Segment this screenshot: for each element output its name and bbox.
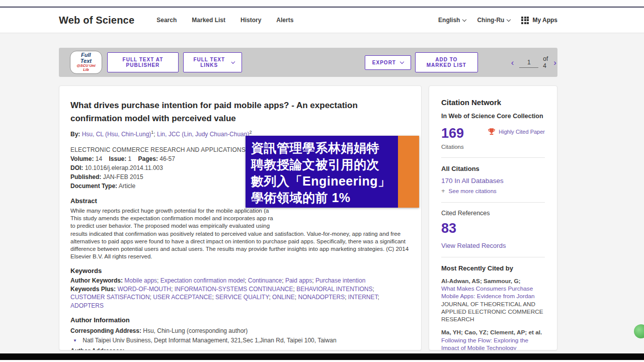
cited-by-title-link[interactable]: Following the Flow: Exploring the Impact…	[441, 337, 545, 350]
citations-caption: Citations	[441, 144, 464, 150]
pages-label: Pages:	[138, 155, 158, 162]
author-footnote: 2	[249, 130, 252, 135]
author-information-heading: Author Information	[70, 316, 410, 324]
overlay-text-panel: 資訊管理學系林娟娟特聘教授論文被引用的次數列入「Engineering」學術領域…	[246, 136, 398, 208]
nav-marked-list[interactable]: Marked List	[192, 17, 225, 24]
cited-by-item: Al-Adwan, AS; Sammour, G; What Makes Con…	[441, 278, 545, 324]
core-collection-label: In Web of Science Core Collection	[441, 113, 545, 120]
nav-alerts[interactable]: Alerts	[276, 17, 293, 24]
keywords-plus-list-item[interactable]: WORD-OF-MOUTH	[117, 286, 171, 293]
keywords-plus-list-item[interactable]: ADOPTERS	[70, 302, 104, 309]
keywords-plus-list-item[interactable]: INFORMATION-SYSTEMS CONTINUANCE	[175, 286, 293, 293]
full-text-pill-line2: @SCU Uni Lib	[76, 64, 96, 72]
keywords-plus-row: Keywords Plus: WORD-OF-MOUTH; INFORMATIO…	[70, 285, 410, 310]
chevron-down-icon	[507, 17, 511, 21]
next-page-button[interactable]: ›	[552, 58, 557, 67]
nav-history[interactable]: History	[240, 17, 261, 24]
keywords-plus-list-item[interactable]: CUSTOMER SATISFACTION	[70, 294, 150, 301]
record-toolbar: Full Text @SCU Uni Lib FULL TEXT AT PUBL…	[59, 48, 557, 77]
cited-references-count[interactable]: 83	[441, 221, 545, 235]
issue-value: 1	[128, 155, 132, 162]
citation-network-card: Citation Network In Web of Science Core …	[429, 85, 557, 350]
citation-network-title: Citation Network	[441, 98, 545, 107]
author-link[interactable]: Hsu, CL (Hsu, Chin-Lung)	[82, 131, 151, 138]
feedback-circle-button[interactable]	[634, 324, 644, 338]
cited-references-title: Cited References	[441, 210, 545, 217]
citations-count[interactable]: 169	[441, 126, 464, 140]
abstract-text: While many reports predict huge growth p…	[70, 207, 410, 260]
abstract-lines-item: to predict user behavior. The proposed m…	[70, 222, 410, 230]
author-keywords-row: Author Keywords: Mobile apps; Expectatio…	[70, 277, 410, 285]
collapse-triangle-icon[interactable]: ▼	[73, 338, 77, 343]
keywords-plus-list-item[interactable]: SERVICE QUALITY	[215, 294, 269, 301]
previous-page-button[interactable]: ‹	[510, 58, 515, 67]
view-related-records-link[interactable]: View Related Records	[441, 242, 545, 249]
author-keywords-list-item[interactable]: Purchase intention	[315, 277, 365, 284]
doctype-value: Article	[119, 183, 135, 190]
cited-by-title-link[interactable]: What Makes Consumers Purchase Mobile App…	[441, 285, 545, 301]
author-information-block: Corresponding Address: Hsu, Chin-Lung (c…	[70, 327, 410, 350]
abstract-lines-item: This study amends the expectation confir…	[70, 215, 410, 222]
article-title: What drives purchase intention for paid …	[70, 99, 410, 125]
full-text-links-label: FULL TEXT LINKS	[191, 57, 227, 68]
keywords-plus-list: WORD-OF-MOUTH; INFORMATION-SYSTEMS CONTI…	[70, 286, 379, 309]
abstract-lines: While many reports predict huge growth p…	[70, 207, 410, 230]
keywords-plus-list-item[interactable]: INTERNET	[348, 294, 378, 301]
abstract-rest: results indicated that confirmation was …	[70, 230, 410, 261]
corresponding-address-label: Corresponding Address:	[70, 327, 141, 334]
by-label: By:	[70, 131, 80, 138]
my-apps-label: My Apps	[532, 17, 557, 24]
keywords-plus-list-item[interactable]: ONLINE	[272, 294, 295, 301]
chevron-down-icon	[462, 17, 466, 21]
export-button[interactable]: EXPORT	[365, 55, 411, 70]
citations-count-block: 169 Citations	[441, 126, 464, 150]
language-label: English	[438, 17, 460, 24]
web-of-science-logo[interactable]: Web of Science	[59, 15, 134, 26]
author-keywords-list-item[interactable]: Continuance	[248, 277, 282, 284]
author-keywords-list-item[interactable]: Paid apps	[285, 277, 312, 284]
full-text-at-publisher-button[interactable]: FULL TEXT AT PUBLISHER	[107, 52, 179, 72]
corresponding-address-text: Natl Taipei Univ Business, Dept Informat…	[83, 337, 336, 344]
overlay-text-panel-item: 學術領域的前 1%	[251, 190, 396, 206]
full-text-links-button[interactable]: FULL TEXT LINKS	[183, 52, 242, 72]
author-keywords-list-item[interactable]: Mobile apps	[124, 277, 157, 284]
export-label: EXPORT	[372, 60, 396, 65]
app-header: Web of Science Search Marked List Histor…	[0, 8, 644, 33]
page-number-input[interactable]	[519, 57, 538, 68]
full-text-pill-line1: Full Text	[76, 52, 96, 64]
overlay-text-panel-item: 聘教授論文被引用的次	[251, 156, 396, 173]
keywords-plus-list-item[interactable]: BEHAVIORAL INTENTIONS	[296, 286, 372, 293]
published-value: JAN-FEB 2015	[103, 173, 143, 180]
corresponding-address-value: Hsu, Chin-Lung (corresponding author)	[143, 327, 248, 334]
author-addresses-label: Author Addresses:	[70, 347, 125, 350]
cited-by-authors: Ma, YH; Cao, YZ; Clement, AP; et al.	[441, 329, 545, 336]
add-to-marked-list-button[interactable]: ADD TO MARKED LIST	[415, 52, 478, 72]
header-right: English Ching-Ru My Apps	[438, 17, 557, 24]
top-strip	[0, 0, 644, 7]
author-link[interactable]: Lin, JCC (Lin, Judy Chuan-Chuan)	[157, 131, 249, 138]
see-more-citations-link[interactable]: + See more citations	[441, 187, 545, 195]
doctype-label: Document Type:	[70, 183, 117, 190]
full-text-scu-button[interactable]: Full Text @SCU Uni Lib	[70, 51, 102, 74]
announcement-overlay-banner: 資訊管理學系林娟娟特聘教授論文被引用的次數列入「Engineering」學術領域…	[246, 136, 419, 208]
all-databases-link[interactable]: 170 In All Databases	[441, 177, 545, 185]
divider	[441, 202, 545, 203]
corresponding-address-row: Corresponding Address: Hsu, Chin-Lung (c…	[70, 327, 410, 335]
keywords-heading: Keywords	[70, 267, 410, 275]
divider	[441, 157, 545, 158]
keywords-plus-list-item[interactable]: USER ACCEPTANCE	[153, 294, 212, 301]
volume-label: Volume:	[70, 155, 94, 162]
keywords-plus-list-item[interactable]: NONADOPTERS	[298, 294, 345, 301]
author-keywords-list-item[interactable]: Expectation confirmation model	[160, 277, 245, 284]
my-apps-button[interactable]: My Apps	[521, 17, 557, 24]
user-dropdown[interactable]: Ching-Ru	[477, 17, 510, 24]
language-dropdown[interactable]: English	[438, 17, 466, 24]
page-total-label: of 4	[543, 55, 548, 69]
author-addresses-label-row: Author Addresses:	[70, 347, 410, 350]
highly-cited-badge[interactable]: Highly Cited Paper	[488, 128, 545, 136]
bottom-black-bar	[0, 353, 644, 360]
corresponding-address-detail: ▼ Natl Taipei Univ Business, Dept Inform…	[70, 336, 410, 345]
plus-icon: +	[441, 187, 445, 195]
main-nav: Search Marked List History Alerts	[156, 17, 293, 24]
nav-search[interactable]: Search	[156, 17, 177, 24]
